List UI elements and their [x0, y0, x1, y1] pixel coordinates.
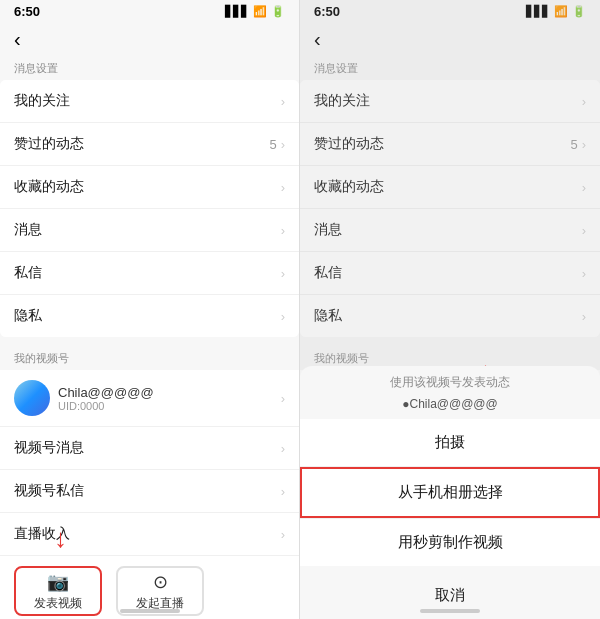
right-battery-icon: 🔋 — [572, 5, 586, 18]
left-section1-label: 消息设置 — [0, 57, 299, 80]
right-attention-right: › — [582, 94, 586, 109]
left-video-section: Chila@@@@@ UID:0000 › 视频号消息 › 视频号私信 › 直播… — [0, 370, 299, 619]
left-section2-label: 我的视频号 — [0, 347, 299, 370]
overlay-profile-name: ●Chila@@@@@ — [402, 397, 498, 411]
menu-item-dm-right: › — [281, 266, 285, 281]
left-menu-section1: 我的关注 › 赞过的动态 5› 收藏的动态 › 消息 › 私信 › 隐私 › — [0, 80, 299, 337]
menu-item-saved[interactable]: 收藏的动态 › — [0, 166, 299, 209]
menu-item-liked-label: 赞过的动态 — [14, 135, 84, 153]
right-liked-label: 赞过的动态 — [314, 135, 384, 153]
menu-item-message-label: 消息 — [14, 221, 42, 239]
right-privacy-label: 隐私 — [314, 307, 342, 325]
menu-item-live-income[interactable]: 直播收入 › — [0, 513, 299, 556]
video-msg-right: › — [281, 441, 285, 456]
right-back-button[interactable]: ‹ — [300, 22, 600, 57]
menu-item-privacy-label: 隐私 — [14, 307, 42, 325]
menu-item-attention-right: › — [281, 94, 285, 109]
right-liked-right: 5› — [570, 137, 586, 152]
menu-item-liked[interactable]: 赞过的动态 5› — [0, 123, 299, 166]
left-phone-screen: 6:50 ▋▋▋ 📶 🔋 ‹ 消息设置 我的关注 › 赞过的动态 5› 收藏的动… — [0, 0, 300, 619]
chevron-icon2: › — [281, 137, 285, 152]
right-message-label: 消息 — [314, 221, 342, 239]
post-video-label: 发表视频 — [34, 595, 82, 612]
left-profile-sub: UID:0000 — [58, 400, 154, 412]
camera-icon: 📷 — [47, 571, 69, 593]
left-status-icons: ▋▋▋ 📶 🔋 — [225, 5, 285, 18]
right-menu-item-attention[interactable]: 我的关注 › — [300, 80, 600, 123]
chevron-v2: › — [281, 484, 285, 499]
right-phone-screen: 6:50 ▋▋▋ 📶 🔋 ‹ 消息设置 我的关注 › 赞过的动态 5› 收藏的动… — [300, 0, 600, 619]
menu-item-privacy-right: › — [281, 309, 285, 324]
menu-item-video-msg[interactable]: 视频号消息 › — [0, 427, 299, 470]
video-dm-label: 视频号私信 — [14, 482, 84, 500]
left-status-bar: 6:50 ▋▋▋ 📶 🔋 — [0, 0, 299, 22]
right-privacy-right: › — [582, 309, 586, 324]
right-signal-icon: ▋▋▋ — [526, 5, 550, 18]
right-menu-item-dm[interactable]: 私信 › — [300, 252, 600, 295]
overlay-actions: 拍摄 从手机相册选择 用秒剪制作视频 — [300, 419, 600, 566]
right-dm-right: › — [582, 266, 586, 281]
bottom-sheet: 使用该视频号发表动态 ●Chila@@@@@ 拍摄 从手机相册选择 用秒剪制作视… — [300, 366, 600, 619]
menu-item-dm-label: 私信 — [14, 264, 42, 282]
menu-item-saved-right: › — [281, 180, 285, 195]
live-icon: ⊙ — [153, 571, 168, 593]
right-message-right: › — [582, 223, 586, 238]
right-status-icons: ▋▋▋ 📶 🔋 — [526, 5, 586, 18]
right-menu-item-liked[interactable]: 赞过的动态 5› — [300, 123, 600, 166]
overlay-item-gallery[interactable]: 从手机相册选择 — [300, 467, 600, 518]
right-menu-item-message[interactable]: 消息 › — [300, 209, 600, 252]
wifi-icon: 📶 — [253, 5, 267, 18]
chevron-icon5: › — [281, 266, 285, 281]
overlay-item-miaojian[interactable]: 用秒剪制作视频 — [300, 518, 600, 566]
right-menu-section1: 我的关注 › 赞过的动态 5› 收藏的动态 › 消息 › 私信 › 隐私 › — [300, 80, 600, 337]
chevron-v1: › — [281, 441, 285, 456]
left-profile-row[interactable]: Chila@@@@@ UID:0000 › — [0, 370, 299, 427]
menu-item-attention-label: 我的关注 — [14, 92, 70, 110]
right-saved-right: › — [582, 180, 586, 195]
right-attention-label: 我的关注 — [314, 92, 370, 110]
post-video-button[interactable]: 📷 发表视频 — [14, 566, 102, 616]
chevron-icon6: › — [281, 309, 285, 324]
signal-icon: ▋▋▋ — [225, 5, 249, 18]
video-dm-right: › — [281, 484, 285, 499]
right-menu-item-saved[interactable]: 收藏的动态 › — [300, 166, 600, 209]
left-home-indicator — [120, 609, 180, 613]
right-saved-label: 收藏的动态 — [314, 178, 384, 196]
live-income-right: › — [281, 527, 285, 542]
right-status-bar: 6:50 ▋▋▋ 📶 🔋 — [300, 0, 600, 22]
right-wifi-icon: 📶 — [554, 5, 568, 18]
chevron-icon3: › — [281, 180, 285, 195]
right-home-indicator — [420, 609, 480, 613]
left-status-time: 6:50 — [14, 4, 40, 19]
profile-chevron: › — [281, 391, 285, 406]
chevron-icon: › — [281, 94, 285, 109]
menu-item-liked-right: 5› — [269, 137, 285, 152]
chevron-icon4: › — [281, 223, 285, 238]
left-avatar — [14, 380, 50, 416]
menu-item-video-dm[interactable]: 视频号私信 › — [0, 470, 299, 513]
menu-item-privacy[interactable]: 隐私 › — [0, 295, 299, 337]
menu-item-saved-label: 收藏的动态 — [14, 178, 84, 196]
menu-item-attention[interactable]: 我的关注 › — [0, 80, 299, 123]
left-red-arrow-down: ↓ — [54, 525, 67, 551]
chevron-v3: › — [281, 527, 285, 542]
right-dm-label: 私信 — [314, 264, 342, 282]
post-video-box: 📷 发表视频 — [14, 566, 102, 616]
right-status-time: 6:50 — [314, 4, 340, 19]
menu-item-message[interactable]: 消息 › — [0, 209, 299, 252]
menu-item-dm[interactable]: 私信 › — [0, 252, 299, 295]
left-profile-name: Chila@@@@@ — [58, 385, 154, 400]
overlay-profile: ●Chila@@@@@ — [300, 393, 600, 419]
battery-icon: 🔋 — [271, 5, 285, 18]
overlay-title: 使用该视频号发表动态 — [300, 366, 600, 393]
video-msg-label: 视频号消息 — [14, 439, 84, 457]
right-menu-item-privacy[interactable]: 隐私 › — [300, 295, 600, 337]
overlay-item-shoot[interactable]: 拍摄 — [300, 419, 600, 467]
left-red-arrow-container: ↓ — [54, 525, 67, 551]
left-back-button[interactable]: ‹ — [0, 22, 299, 57]
menu-item-message-right: › — [281, 223, 285, 238]
liked-badge: 5 — [269, 137, 276, 152]
right-section1-label: 消息设置 — [300, 57, 600, 80]
